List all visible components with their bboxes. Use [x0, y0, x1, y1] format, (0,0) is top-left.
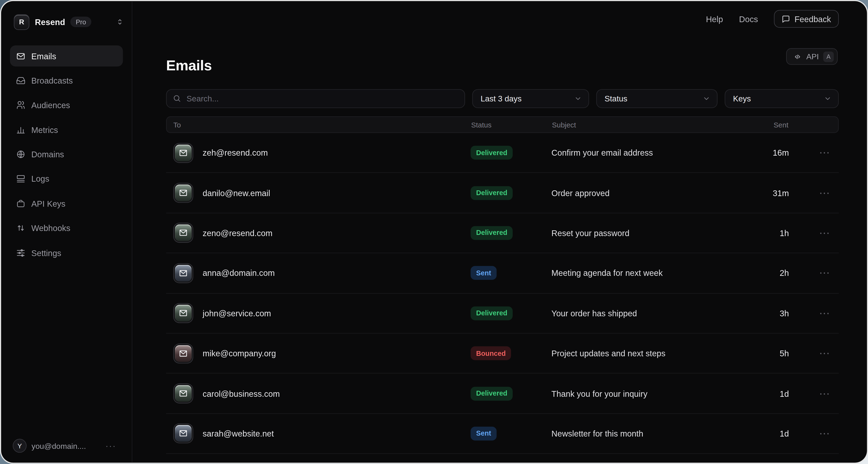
sidebar-item-settings[interactable]: Settings — [10, 242, 123, 263]
status-badge: Delivered — [471, 146, 513, 160]
user-account[interactable]: Y you@domain.... ··· — [13, 438, 123, 453]
row-menu-button[interactable]: ··· — [797, 349, 839, 358]
subject-text: Project updates and next steps — [552, 349, 753, 358]
status-badge: Sent — [471, 266, 497, 280]
table-header: To Status Subject Sent — [166, 116, 839, 133]
sent-time: 16m — [753, 148, 797, 157]
sidebar-item-label: Metrics — [31, 125, 58, 135]
chevron-down-icon — [574, 95, 582, 103]
subject-text: Newsletter for this month — [552, 429, 753, 438]
recipient-email: zeno@resend.com — [203, 228, 273, 238]
subject-text: Confirm your email address — [552, 148, 753, 157]
table-row[interactable]: sarah@website.net Sent Newsletter for th… — [166, 414, 839, 454]
filter-bar: Last 3 days Status Keys — [166, 89, 839, 108]
page-title: Emails — [166, 57, 212, 75]
subject-text: Your order has shipped — [552, 309, 753, 318]
code-icon — [794, 52, 802, 61]
nav-icon — [16, 125, 26, 135]
subject-text: Thank you for your inquiry — [552, 389, 753, 398]
main-content: Help Docs Feedback Emails API A — [132, 1, 867, 463]
keys-filter-dropdown[interactable]: Keys — [725, 89, 839, 108]
table-row[interactable]: Delivered — [166, 454, 839, 464]
row-menu-button[interactable]: ··· — [797, 228, 839, 238]
search-box — [166, 89, 465, 108]
table-row[interactable]: mike@company.org Bounced Project updates… — [166, 334, 839, 373]
feedback-label: Feedback — [795, 14, 831, 24]
to-cell: john@service.com — [166, 304, 471, 323]
status-filter-dropdown[interactable]: Status — [596, 89, 718, 108]
column-header-to: To — [166, 120, 471, 129]
column-header-sent: Sent — [752, 120, 797, 129]
status-badge: Delivered — [471, 226, 513, 240]
sidebar-item-domains[interactable]: Domains — [10, 144, 123, 165]
recipient-email: anna@domain.com — [203, 268, 275, 278]
help-link[interactable]: Help — [706, 14, 723, 24]
to-cell: zeno@resend.com — [166, 224, 471, 242]
table-row[interactable]: zeh@resend.com Delivered Confirm your em… — [166, 133, 839, 173]
user-menu-button[interactable]: ··· — [105, 441, 116, 451]
recipient-email: sarah@website.net — [203, 429, 274, 438]
sidebar-item-label: API Keys — [31, 199, 65, 208]
column-header-subject: Subject — [552, 120, 752, 129]
sidebar-item-label: Webhooks — [31, 223, 70, 233]
table-row[interactable]: carol@business.com Delivered Thank you f… — [166, 374, 839, 414]
sidebar-item-webhooks[interactable]: Webhooks — [10, 218, 123, 238]
table-row[interactable]: anna@domain.com Sent Meeting agenda for … — [166, 253, 839, 293]
chevron-down-icon — [703, 95, 710, 103]
envelope-icon — [174, 183, 192, 202]
nav-icon — [16, 248, 26, 258]
sidebar-item-broadcasts[interactable]: Broadcasts — [10, 70, 123, 91]
docs-link[interactable]: Docs — [739, 14, 758, 24]
status-badge: Delivered — [471, 186, 513, 200]
sidebar-item-logs[interactable]: Logs — [10, 168, 123, 190]
sidebar-item-label: Audiences — [31, 100, 70, 110]
chevron-down-icon — [824, 95, 831, 103]
row-menu-button[interactable]: ··· — [797, 389, 839, 398]
sidebar-item-emails[interactable]: Emails — [10, 46, 123, 66]
to-cell: mike@company.org — [166, 344, 471, 362]
sidebar-item-label: Domains — [31, 150, 64, 159]
table-row[interactable]: zeno@resend.com Delivered Reset your pas… — [166, 213, 839, 253]
sidebar-item-metrics[interactable]: Metrics — [10, 119, 123, 140]
feedback-button[interactable]: Feedback — [774, 10, 839, 28]
nav-icon — [16, 150, 26, 159]
table-row[interactable]: danilo@new.email Delivered Order approve… — [166, 173, 839, 213]
api-label: API — [806, 52, 819, 61]
status-cell: Delivered — [471, 386, 552, 400]
top-links: Help Docs Feedback — [132, 1, 839, 37]
sidebar-item-api-keys[interactable]: API Keys — [10, 193, 123, 214]
table-row[interactable]: john@service.com Delivered Your order ha… — [166, 293, 839, 334]
resend-logo: R — [14, 14, 29, 30]
envelope-icon — [174, 264, 192, 282]
row-menu-button[interactable]: ··· — [797, 188, 839, 198]
status-cell: Delivered — [471, 146, 552, 160]
sidebar-item-label: Settings — [31, 248, 61, 258]
row-menu-button[interactable]: ··· — [797, 309, 839, 318]
recipient-email: mike@company.org — [203, 349, 276, 358]
date-range-dropdown[interactable]: Last 3 days — [472, 89, 589, 108]
status-cell: Sent — [471, 427, 552, 441]
chevrons-up-down-icon[interactable] — [116, 18, 124, 26]
row-menu-button[interactable]: ··· — [797, 268, 839, 278]
envelope-icon — [174, 384, 192, 403]
sidebar-item-label: Logs — [31, 174, 49, 183]
sidebar-item-label: Emails — [31, 51, 56, 61]
sidebar-item-label: Broadcasts — [31, 76, 73, 85]
recipient-email: john@service.com — [203, 309, 271, 318]
sent-time: 1d — [753, 389, 797, 398]
sent-time: 3h — [753, 309, 797, 318]
user-email: you@domain.... — [32, 441, 86, 450]
keys-filter-value: Keys — [733, 94, 751, 103]
brand-name: Resend — [35, 17, 65, 27]
workspace-switcher[interactable]: R Resend Pro — [14, 14, 124, 29]
api-button[interactable]: API A — [786, 48, 838, 65]
sent-time: 2h — [753, 268, 797, 278]
row-menu-button[interactable]: ··· — [797, 429, 839, 438]
envelope-icon — [174, 344, 192, 362]
app-stage: R Resend Pro Emails Broadcasts Audiences… — [0, 0, 868, 464]
subject-text: Reset your password — [552, 228, 753, 238]
sidebar-item-audiences[interactable]: Audiences — [10, 95, 123, 116]
search-input[interactable] — [166, 89, 465, 108]
row-menu-button[interactable]: ··· — [797, 148, 839, 157]
sidebar-nav: Emails Broadcasts Audiences Metrics Doma… — [10, 46, 123, 263]
